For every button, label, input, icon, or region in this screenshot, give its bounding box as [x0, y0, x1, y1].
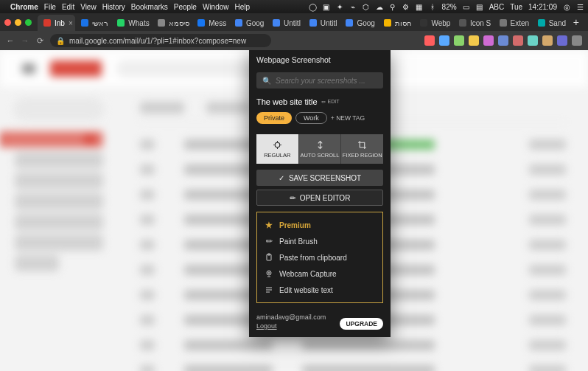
search-field[interactable]: 🔍 [256, 72, 383, 89]
tab-label: Untitl [321, 19, 337, 27]
tray-icon[interactable]: ☁ [376, 3, 383, 10]
browser-tab[interactable]: Inb× [38, 15, 75, 31]
extension-icon[interactable] [542, 35, 553, 46]
premium-webcam[interactable]: Webcam Capture [257, 266, 382, 282]
favicon [538, 19, 545, 27]
favicon [117, 19, 125, 27]
back-button[interactable]: ← [6, 36, 15, 45]
minimize-window[interactable] [15, 19, 21, 26]
new-tag-button[interactable]: + NEW TAG [331, 114, 365, 122]
tray-icon[interactable]: ◯ [309, 3, 317, 10]
favicon [346, 19, 353, 27]
browser-tab[interactable]: חסות [378, 15, 415, 31]
tag-work[interactable]: Work [295, 112, 327, 124]
open-editor-button[interactable]: ✎ OPEN EDITOR [256, 190, 383, 206]
menu-window[interactable]: Window [203, 3, 229, 11]
upgrade-button[interactable]: UPGRADE [340, 318, 383, 330]
favicon [384, 19, 391, 27]
close-tab-icon[interactable]: × [69, 19, 73, 27]
svg-point-3 [267, 271, 271, 275]
extension-icon[interactable] [469, 35, 479, 46]
browser-tab[interactable]: Icon S [453, 15, 494, 31]
close-window[interactable] [4, 19, 11, 26]
window-controls [4, 19, 32, 26]
tag-private[interactable]: Private [256, 112, 292, 124]
menu-view[interactable]: View [80, 3, 97, 11]
battery-percent: 82% [442, 3, 457, 11]
premium-paint[interactable]: ✎ Paint Brush [257, 233, 382, 249]
search-input[interactable] [276, 77, 377, 85]
extension-icon[interactable] [483, 35, 494, 46]
browser-tab[interactable]: Goog [340, 15, 377, 31]
star-icon: ★ [265, 221, 273, 229]
mode-fixedregion-label: FIXED REGION [343, 152, 382, 159]
browser-tab[interactable]: Sand [532, 15, 569, 31]
favicon [273, 19, 280, 27]
browser-tab[interactable]: Untitl [304, 15, 340, 31]
reload-button[interactable]: ⟳ [35, 36, 44, 46]
favicon [43, 19, 51, 27]
browser-tab[interactable]: סיסמא [152, 15, 192, 31]
extension-icon[interactable] [528, 35, 538, 46]
maximize-window[interactable] [25, 19, 32, 26]
account-email: aminadavg@gmail.com [256, 313, 326, 321]
favicon [197, 19, 205, 27]
favicon [420, 19, 427, 27]
menu-people[interactable]: People [174, 3, 197, 11]
battery-icon[interactable]: ▭ [463, 3, 470, 10]
menu-bookmarks[interactable]: Bookmarks [131, 3, 168, 11]
tab-label: ראשי [92, 19, 108, 27]
tray-icon[interactable]: ✦ [336, 3, 343, 10]
app-name[interactable]: Chrome [10, 3, 38, 11]
notifications-icon[interactable]: ☰ [576, 3, 584, 10]
keyboard-icon[interactable]: ▤ [476, 3, 483, 10]
extension-icon[interactable] [572, 35, 582, 46]
extension-icon[interactable] [424, 35, 435, 46]
browser-tab[interactable]: Goog [229, 15, 267, 31]
extension-icon[interactable] [454, 35, 464, 46]
forward-button[interactable]: → [21, 36, 29, 45]
browser-tab[interactable]: Whats [111, 15, 152, 31]
mode-regular[interactable]: REGULAR [256, 134, 299, 164]
extension-icon[interactable] [498, 35, 508, 46]
premium-edit-text[interactable]: Edit website text [257, 282, 382, 298]
save-screenshot-button[interactable]: ✓ SAVE SCREENSHOT [256, 170, 383, 186]
bluetooth-icon[interactable]: ᚼ [429, 3, 436, 10]
extension-icon[interactable] [439, 35, 449, 46]
edit-label: EDIT [328, 99, 340, 104]
browser-tab[interactable]: ראשי [75, 15, 111, 31]
menu-edit[interactable]: Edit [62, 3, 74, 11]
logout-link[interactable]: Logout [256, 322, 326, 330]
menu-file[interactable]: File [44, 3, 56, 11]
tray-icon[interactable]: ⌁ [349, 3, 357, 10]
tray-icon[interactable]: ⚲ [389, 3, 396, 10]
browser-tab[interactable]: Untitl [267, 15, 304, 31]
mode-fixedregion[interactable]: FIXED REGION [341, 134, 383, 164]
menu-help[interactable]: Help [235, 3, 251, 11]
siri-icon[interactable]: ◎ [563, 3, 570, 10]
browser-tab[interactable]: Exten [494, 15, 532, 31]
extension-icon[interactable] [557, 35, 567, 46]
menu-history[interactable]: History [102, 3, 125, 11]
tray-icon[interactable]: ▦ [416, 3, 423, 10]
mode-autoscroll[interactable]: AUTO SCROLL [299, 134, 342, 164]
svg-point-4 [268, 272, 270, 274]
tab-label: סיסמא [169, 19, 189, 27]
extension-icon[interactable] [513, 35, 523, 46]
brush-icon: ✎ [263, 235, 276, 248]
input-locale[interactable]: ABC [489, 3, 505, 11]
tray-icon[interactable]: ▣ [323, 3, 330, 10]
tray-icon[interactable]: ⚙ [402, 3, 410, 10]
browser-tab[interactable]: Mess [192, 15, 229, 31]
tab-label: Whats [128, 19, 149, 27]
favicon [158, 19, 165, 27]
new-tab-button[interactable]: + [569, 16, 584, 28]
mode-autoscroll-label: AUTO SCROLL [301, 152, 340, 159]
tray-icon[interactable]: ⬡ [363, 3, 370, 10]
premium-paste[interactable]: Paste from clipboard [257, 249, 382, 266]
browser-tab[interactable]: Webp [414, 15, 452, 31]
address-bar[interactable]: 🔒 mail.google.com/mail/u/1/?pli=1#inbox?… [50, 34, 271, 47]
chrome-toolbar: ← → ⟳ 🔒 mail.google.com/mail/u/1/?pli=1#… [0, 31, 588, 50]
edit-title-button[interactable]: ✎ EDIT [322, 99, 340, 105]
webcam-icon [265, 269, 273, 278]
